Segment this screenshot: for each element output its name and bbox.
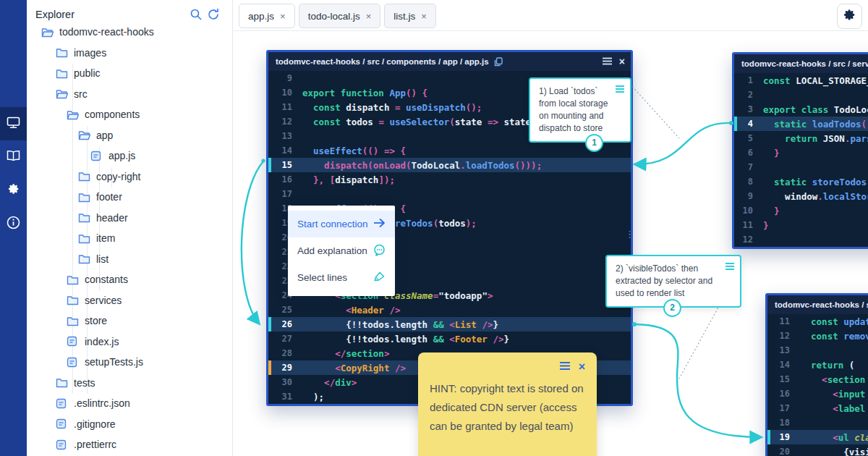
line-number: 29 — [268, 363, 292, 373]
copy-icon[interactable] — [494, 57, 503, 67]
code-line-2[interactable]: 2 — [734, 88, 868, 102]
file-icon — [56, 398, 68, 409]
folder-icon — [67, 274, 79, 285]
folder-icon — [78, 192, 90, 203]
annotation-number-badge[interactable]: 2 — [663, 299, 681, 317]
line-number: 8 — [734, 177, 753, 187]
code-line-7[interactable]: 7 — [734, 160, 868, 174]
code-line-25[interactable]: 25 <Header /> — [268, 303, 631, 317]
hamburger-icon[interactable] — [615, 85, 625, 97]
window-header[interactable]: todomvc-react-hooks / src / services / t… — [734, 54, 868, 73]
window-header[interactable]: todomvc-react-hooks / src / components /… — [767, 295, 868, 314]
code-line-16[interactable]: 16 }, [dispatch]); — [268, 172, 631, 187]
close-tab-icon[interactable]: × — [421, 11, 427, 22]
tree-item-copy-right[interactable]: copy-right — [27, 166, 232, 187]
code-text: const dispatch = useDispatch(); — [292, 102, 482, 113]
tree-item-label: public — [74, 67, 101, 79]
tree-item-index-js[interactable]: index.js — [27, 332, 232, 352]
code-line-19[interactable]: 19 <ul className= — [767, 430, 868, 444]
code-line-26[interactable]: 26 {!!todos.length && <List />} — [268, 317, 631, 332]
code-line-10[interactable]: 10 } — [734, 203, 868, 218]
code-line-13[interactable]: 13 — [767, 343, 868, 358]
tree-item-item[interactable]: item — [27, 228, 232, 249]
tab-label: list.js — [393, 11, 415, 22]
code-line-6[interactable]: 6 } — [734, 145, 868, 160]
code-window-todo-local: todomvc-react-hooks / src / services / t… — [732, 52, 868, 249]
connection-arrow-list — [634, 324, 761, 437]
menu-item-add-explanation[interactable]: Add explanation — [288, 237, 395, 264]
code-line-11[interactable]: 11 const updateTodo = — [767, 314, 868, 329]
tree-item-app-js[interactable]: app.js — [27, 145, 232, 166]
search-icon[interactable] — [187, 6, 205, 23]
tab-todo-local-js[interactable]: todo-local.js× — [299, 4, 381, 28]
hamburger-icon[interactable] — [603, 55, 612, 68]
code-line-18[interactable]: 18 — [767, 415, 868, 430]
tree-item-tests[interactable]: tests — [27, 373, 232, 394]
code-line-12[interactable]: 12 const removeTodo = — [767, 329, 868, 343]
code-line-11[interactable]: 11} — [734, 218, 868, 232]
hamburger-icon[interactable] — [725, 262, 735, 274]
refresh-icon[interactable] — [205, 6, 222, 23]
menu-item-select-lines[interactable]: Select lines — [288, 264, 395, 291]
code-line-12[interactable]: 12 — [734, 232, 868, 247]
line-number: 16 — [268, 174, 292, 185]
arrow-right-icon — [373, 218, 386, 230]
settings-button[interactable] — [837, 4, 862, 29]
line-number: 9 — [268, 73, 292, 83]
annotation-tooltip-2: 2) `visibleTodos` then extracted by sele… — [605, 255, 741, 308]
tree-item-footer[interactable]: footer — [27, 187, 232, 208]
code-line-17[interactable]: 17 <label htmlFor — [767, 401, 868, 415]
menu-item-start-connection[interactable]: Start connection — [288, 211, 395, 237]
left-icon-rail — [0, 0, 27, 456]
rail-item-book[interactable] — [0, 140, 27, 174]
code-line-8[interactable]: 8 static storeTodos(todos) { — [734, 174, 868, 189]
code-line-5[interactable]: 5 return JSON.parse(window. — [734, 131, 868, 145]
tree-item-store[interactable]: store — [27, 311, 232, 332]
code-line-15[interactable]: 15 <section className — [767, 372, 868, 387]
code-line-1[interactable]: 1const LOCAL_STORAGE_KEY — [734, 73, 868, 88]
code-line-14[interactable]: 14 return ( — [767, 358, 868, 372]
file-tree: todomvc-react-hooksimagespublicsrccompon… — [27, 22, 232, 456]
folder-open-icon — [56, 88, 68, 99]
tree-item-constants[interactable]: constants — [27, 269, 232, 290]
scrollbar-handle[interactable]: ⋮ — [625, 232, 631, 237]
rail-item-info[interactable] — [0, 207, 27, 240]
code-line-20[interactable]: 20 {visibleTodos — [767, 444, 868, 456]
close-tab-icon[interactable]: × — [280, 11, 286, 22]
tree-item-components[interactable]: components — [27, 104, 232, 125]
tree-item-list[interactable]: list — [27, 249, 232, 270]
code-line-16[interactable]: 16 <input className — [767, 387, 868, 401]
tab-app-js[interactable]: app.js× — [239, 4, 295, 28]
annotation-number-badge[interactable]: 1 — [585, 134, 603, 152]
code-line-9[interactable]: 9 window.localStorage. — [734, 189, 868, 203]
tree-item-todomvc-react-hooks[interactable]: todomvc-react-hooks — [27, 22, 232, 43]
code-line-14[interactable]: 14 useEffect(() => { — [268, 143, 631, 158]
close-icon[interactable]: × — [619, 56, 625, 67]
code-line-4[interactable]: 4 static loadTodos() { — [734, 117, 868, 131]
code-line-3[interactable]: 3export class TodoLocal { — [734, 102, 868, 117]
tree-item-prettierrc[interactable]: .prettierrc — [27, 434, 232, 455]
code-text: <input className — [790, 389, 868, 400]
hamburger-icon[interactable] — [559, 360, 571, 373]
annotation-text: 1) Load `todos` from local storage on mo… — [539, 85, 613, 135]
tab-list-js[interactable]: list.js× — [384, 4, 436, 28]
tree-item-app[interactable]: app — [27, 125, 232, 146]
rail-item-settings[interactable] — [0, 174, 27, 207]
tree-item-header[interactable]: header — [27, 208, 232, 229]
code-line-17[interactable]: 17 — [268, 187, 631, 201]
code-line-15[interactable]: 15 dispatch(onLoad(TodoLocal.loadTodos()… — [268, 158, 631, 172]
tree-item-images[interactable]: images — [27, 43, 232, 64]
close-icon[interactable]: × — [579, 361, 585, 373]
code-line-27[interactable]: 27 {!!todos.length && <Footer />} — [268, 332, 631, 346]
close-tab-icon[interactable]: × — [366, 11, 372, 22]
rail-item-screen[interactable] — [0, 107, 27, 140]
tree-item-setupTests-js[interactable]: setupTests.js — [27, 352, 232, 373]
tree-item-public[interactable]: public — [27, 63, 232, 84]
tree-item-services[interactable]: services — [27, 290, 232, 311]
file-icon — [67, 357, 79, 368]
window-header[interactable]: todomvc-react-hooks / src / components /… — [268, 52, 631, 71]
tree-item-src[interactable]: src — [27, 84, 232, 105]
code-text: {!!todos.length && <Footer />} — [292, 334, 509, 345]
tree-item-eslintrc-json[interactable]: .eslintrc.json — [27, 393, 232, 414]
tree-item-gitignore[interactable]: .gitignore — [27, 414, 232, 435]
